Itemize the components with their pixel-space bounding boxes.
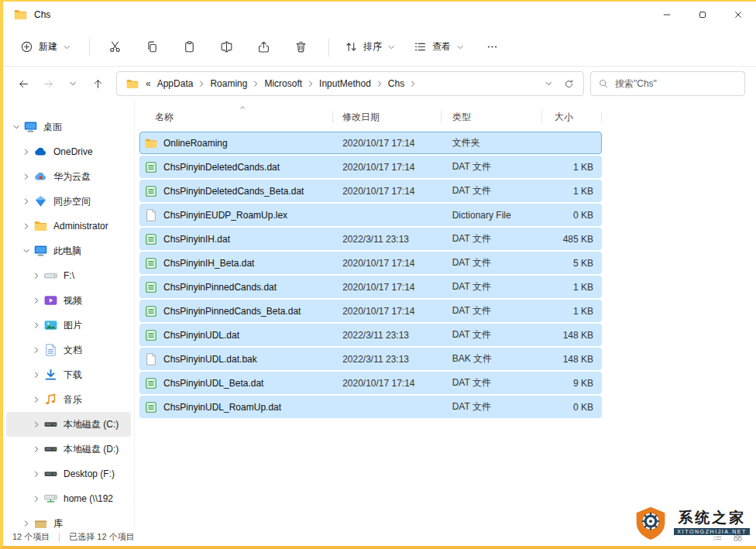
cut-icon — [108, 40, 122, 53]
breadcrumb-item[interactable]: AppData — [153, 76, 198, 91]
copy-button[interactable] — [135, 33, 169, 61]
new-button[interactable]: 新建 — [12, 34, 78, 60]
chevron-right-icon[interactable] — [22, 148, 30, 156]
file-date: 2020/10/17 17:14 — [333, 186, 442, 197]
chevron-right-icon[interactable] — [33, 420, 40, 428]
file-row[interactable]: ChsPinyinIH_Beta.dat2020/10/17 17:14DAT … — [139, 252, 602, 274]
file-row[interactable]: ChsPinyinDeletedCands.dat2020/10/17 17:1… — [139, 156, 602, 178]
breadcrumb-item[interactable]: Microsoft — [260, 76, 306, 91]
file-date: 2020/10/17 17:14 — [333, 258, 442, 269]
sidebar-item-downloads[interactable]: 下载 — [6, 362, 131, 387]
sidebar-item-videos[interactable]: 视频 — [6, 288, 131, 313]
sidebar-item-pictures[interactable]: 图片 — [6, 313, 131, 338]
sort-button-label: 排序 — [363, 40, 382, 53]
file-row[interactable]: ChsPinyinEUDP_RoamUp.lexDictionary File0… — [139, 204, 602, 226]
breadcrumb-separator-icon[interactable] — [307, 80, 314, 87]
sidebar-item-sync-space[interactable]: 同步空间 — [6, 189, 131, 214]
sidebar-item-home-192[interactable]: home (\\192 — [6, 486, 131, 511]
breadcrumb-separator-icon[interactable] — [252, 80, 259, 87]
file-list-pane: 名称 修改日期 类型 大小 OnlineRoaming2020/10/17 17… — [135, 101, 756, 528]
cut-button[interactable] — [98, 33, 132, 61]
maximize-button[interactable] — [685, 2, 720, 28]
recent-locations-button[interactable] — [60, 72, 85, 95]
pictures-icon — [44, 319, 57, 331]
chevron-right-icon[interactable] — [33, 396, 40, 403]
sidebar-item-local-disk-c[interactable]: 本地磁盘 (C:) — [6, 412, 131, 437]
sidebar-item-local-disk-d[interactable]: 本地磁盘 (D:) — [6, 437, 131, 462]
column-header-name[interactable]: 名称 — [139, 107, 333, 127]
paste-button[interactable] — [172, 33, 206, 61]
chevron-right-icon[interactable] — [22, 520, 30, 527]
up-button[interactable] — [85, 72, 110, 95]
column-header-type[interactable]: 类型 — [442, 107, 542, 127]
sidebar-item-drive-f-root[interactable]: F:\ — [6, 263, 131, 288]
file-type: DAT 文件 — [442, 256, 542, 269]
sort-button[interactable]: 排序 — [337, 34, 403, 60]
file-date: 2022/3/11 23:13 — [333, 234, 442, 245]
view-button[interactable]: 查看 — [406, 34, 472, 60]
more-options-button[interactable] — [475, 33, 509, 61]
selected-count: 已选择 12 个项目 — [69, 531, 134, 543]
chevron-right-icon[interactable] — [33, 371, 40, 379]
sidebar-item-documents[interactable]: 文档 — [6, 338, 131, 362]
chevron-right-icon[interactable] — [22, 197, 30, 205]
chevron-down-icon[interactable] — [12, 123, 20, 131]
breadcrumb-item[interactable]: Roaming — [206, 76, 251, 91]
file-row[interactable]: ChsPinyinUDL.dat2022/3/11 23:13DAT 文件148… — [139, 324, 602, 346]
chevron-right-icon[interactable] — [33, 445, 40, 453]
sidebar-item-music[interactable]: 音乐 — [6, 387, 131, 412]
file-row[interactable]: OnlineRoaming2020/10/17 17:14文件夹 — [139, 132, 602, 154]
sidebar-item-desktop-f[interactable]: Desktop (F:) — [6, 462, 131, 486]
file-name: ChsPinyinUDL.dat.bak — [163, 354, 257, 365]
column-header-date[interactable]: 修改日期 — [333, 107, 442, 127]
breadcrumb: AppDataRoamingMicrosoftInputMethodChs — [153, 76, 418, 91]
paste-icon — [183, 40, 196, 53]
refresh-button[interactable] — [558, 74, 579, 94]
breadcrumb-item[interactable]: Chs — [384, 76, 408, 91]
chevron-right-icon[interactable] — [33, 470, 40, 478]
chevron-down-icon[interactable] — [22, 247, 30, 255]
breadcrumb-item[interactable]: InputMethod — [315, 76, 375, 91]
breadcrumb-separator-icon[interactable] — [376, 80, 383, 87]
file-row[interactable]: ChsPinyinDeletedCands_Beta.dat2020/10/17… — [139, 180, 602, 202]
breadcrumb-overflow[interactable]: « — [143, 78, 153, 89]
chevron-right-icon[interactable] — [22, 173, 30, 180]
file-row[interactable]: ChsPinyinPinnedCands.dat2020/10/17 17:14… — [139, 276, 602, 298]
column-header-size[interactable]: 大小 — [542, 107, 602, 127]
minimize-button[interactable] — [649, 2, 685, 28]
file-type: DAT 文件 — [442, 400, 542, 413]
address-dropdown-button[interactable] — [538, 74, 558, 94]
breadcrumb-separator-icon[interactable] — [198, 80, 205, 87]
sidebar-item-huawei-cloud[interactable]: 华为云盘 — [6, 164, 131, 189]
sidebar-item-this-pc[interactable]: 此电脑 — [6, 238, 131, 263]
file-row[interactable]: ChsPinyinUDL_RoamUp.datDAT 文件0 KB — [139, 396, 602, 418]
share-button[interactable] — [246, 33, 280, 61]
delete-button[interactable] — [284, 33, 318, 61]
rename-button[interactable] — [209, 33, 243, 61]
file-row[interactable]: ChsPinyinPinnedCands_Beta.dat2020/10/17 … — [139, 300, 602, 322]
doc-icon — [145, 209, 157, 221]
file-row[interactable]: ChsPinyinUDL.dat.bak2022/3/11 23:13BAK 文… — [139, 348, 602, 370]
forward-button[interactable] — [36, 72, 60, 95]
chevron-right-icon[interactable] — [33, 297, 40, 304]
chevron-right-icon[interactable] — [33, 272, 40, 280]
back-button[interactable] — [11, 72, 36, 95]
address-bar[interactable]: « AppDataRoamingMicrosoftInputMethodChs — [116, 71, 584, 96]
sidebar-item-administrator[interactable]: Administrator — [6, 214, 131, 238]
music-icon — [44, 393, 57, 406]
item-count: 12 个项目 — [12, 531, 50, 543]
close-button[interactable] — [720, 2, 756, 28]
sidebar-item-library[interactable]: 库 — [6, 511, 131, 528]
sidebar-item-onedrive[interactable]: OneDrive — [6, 139, 131, 164]
file-row[interactable]: ChsPinyinUDL_Beta.dat2020/10/17 17:14DAT… — [139, 372, 602, 394]
breadcrumb-separator-icon[interactable] — [409, 80, 417, 87]
chevron-right-icon[interactable] — [33, 495, 40, 503]
search-box[interactable]: 搜索"Chs" — [590, 71, 745, 96]
chevron-right-icon[interactable] — [33, 321, 40, 329]
chevron-right-icon[interactable] — [33, 346, 40, 354]
refresh-icon — [564, 79, 574, 89]
file-date: 2020/10/17 17:14 — [333, 282, 442, 293]
sidebar-item-desktop[interactable]: 桌面 — [6, 115, 131, 139]
chevron-right-icon[interactable] — [22, 222, 30, 230]
file-row[interactable]: ChsPinyinIH.dat2022/3/11 23:13DAT 文件485 … — [139, 228, 602, 250]
